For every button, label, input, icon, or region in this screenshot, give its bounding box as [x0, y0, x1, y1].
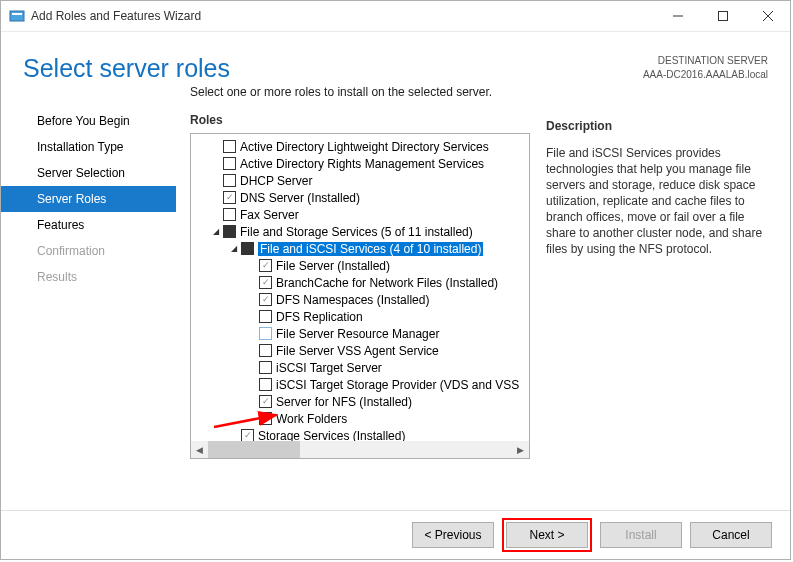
- scroll-thumb[interactable]: [208, 441, 300, 458]
- tree-node[interactable]: File Server Resource Manager: [191, 325, 529, 342]
- tree-node-label[interactable]: File Server VSS Agent Service: [276, 344, 439, 358]
- destination-label: DESTINATION SERVER: [643, 54, 768, 68]
- window-title: Add Roles and Features Wizard: [31, 9, 655, 23]
- horizontal-scrollbar[interactable]: ◀ ▶: [191, 441, 529, 458]
- tree-node-label[interactable]: DNS Server (Installed): [240, 191, 360, 205]
- scroll-right-icon[interactable]: ▶: [512, 441, 529, 458]
- tree-node-label[interactable]: File and iSCSI Services (4 of 10 install…: [258, 242, 483, 256]
- tree-node[interactable]: DFS Replication: [191, 308, 529, 325]
- checkbox[interactable]: [259, 412, 272, 425]
- roles-tree[interactable]: Active Directory Lightweight Directory S…: [190, 133, 530, 459]
- page-title: Select server roles: [23, 54, 230, 83]
- tree-node-label[interactable]: Storage Services (Installed): [258, 429, 405, 443]
- tree-node[interactable]: ✓Server for NFS (Installed): [191, 393, 529, 410]
- scroll-left-icon[interactable]: ◀: [191, 441, 208, 458]
- checkbox[interactable]: ✓: [223, 191, 236, 204]
- destination-server: DESTINATION SERVER AAA-DC2016.AAALAB.loc…: [643, 54, 768, 82]
- checkbox[interactable]: [223, 208, 236, 221]
- checkbox[interactable]: ✓: [259, 259, 272, 272]
- tree-node[interactable]: ✓File Server (Installed): [191, 257, 529, 274]
- description-label: Description: [546, 119, 776, 139]
- tree-node-label[interactable]: DFS Replication: [276, 310, 363, 324]
- wizard-step: Results: [1, 264, 176, 290]
- tree-node[interactable]: DHCP Server: [191, 172, 529, 189]
- checkbox[interactable]: [259, 327, 272, 340]
- tree-node-label[interactable]: Active Directory Rights Management Servi…: [240, 157, 484, 171]
- tree-node[interactable]: ◢File and iSCSI Services (4 of 10 instal…: [191, 240, 529, 257]
- wizard-steps: Before You BeginInstallation TypeServer …: [1, 83, 176, 483]
- tree-node-label[interactable]: iSCSI Target Storage Provider (VDS and V…: [276, 378, 519, 392]
- tree-node[interactable]: ✓DNS Server (Installed): [191, 189, 529, 206]
- wizard-step[interactable]: Features: [1, 212, 176, 238]
- checkbox[interactable]: [223, 174, 236, 187]
- tree-node-label[interactable]: DHCP Server: [240, 174, 312, 188]
- destination-server-name: AAA-DC2016.AAALAB.local: [643, 68, 768, 82]
- checkbox[interactable]: [241, 242, 254, 255]
- tree-node[interactable]: ✓BranchCache for Network Files (Installe…: [191, 274, 529, 291]
- description-text: File and iSCSI Services provides technol…: [546, 139, 776, 257]
- minimize-button[interactable]: [655, 1, 700, 31]
- checkbox[interactable]: [223, 157, 236, 170]
- tree-node-label[interactable]: Server for NFS (Installed): [276, 395, 412, 409]
- checkbox[interactable]: [223, 225, 236, 238]
- annotation-highlight: Next >: [502, 518, 592, 552]
- tree-node-label[interactable]: DFS Namespaces (Installed): [276, 293, 429, 307]
- tree-node-label[interactable]: iSCSI Target Server: [276, 361, 382, 375]
- tree-node[interactable]: Fax Server: [191, 206, 529, 223]
- tree-node-label[interactable]: Fax Server: [240, 208, 299, 222]
- tree-node[interactable]: File Server VSS Agent Service: [191, 342, 529, 359]
- checkbox[interactable]: [259, 378, 272, 391]
- tree-node[interactable]: iSCSI Target Storage Provider (VDS and V…: [191, 376, 529, 393]
- svg-rect-0: [10, 11, 24, 21]
- wizard-step[interactable]: Server Roles: [1, 186, 176, 212]
- checkbox[interactable]: ✓: [259, 395, 272, 408]
- wizard-step[interactable]: Server Selection: [1, 160, 176, 186]
- wizard-footer: < Previous Next > Install Cancel: [1, 510, 790, 559]
- instruction-text: Select one or more roles to install on t…: [190, 85, 530, 113]
- svg-rect-1: [12, 13, 22, 15]
- tree-node[interactable]: ✓DFS Namespaces (Installed): [191, 291, 529, 308]
- checkbox[interactable]: ✓: [259, 276, 272, 289]
- checkbox[interactable]: [259, 361, 272, 374]
- expander-icon[interactable]: ◢: [211, 227, 221, 236]
- wizard-step: Confirmation: [1, 238, 176, 264]
- close-button[interactable]: [745, 1, 790, 31]
- tree-node[interactable]: iSCSI Target Server: [191, 359, 529, 376]
- tree-node-label[interactable]: File Server Resource Manager: [276, 327, 439, 341]
- tree-node[interactable]: Active Directory Rights Management Servi…: [191, 155, 529, 172]
- checkbox[interactable]: ✓: [259, 293, 272, 306]
- tree-node-label[interactable]: Active Directory Lightweight Directory S…: [240, 140, 489, 154]
- roles-label: Roles: [190, 113, 530, 133]
- wizard-step[interactable]: Before You Begin: [1, 108, 176, 134]
- svg-rect-3: [718, 12, 727, 21]
- tree-node[interactable]: Work Folders: [191, 410, 529, 427]
- tree-node[interactable]: Active Directory Lightweight Directory S…: [191, 138, 529, 155]
- tree-node-label[interactable]: File Server (Installed): [276, 259, 390, 273]
- maximize-button[interactable]: [700, 1, 745, 31]
- tree-node-label[interactable]: BranchCache for Network Files (Installed…: [276, 276, 498, 290]
- title-bar: Add Roles and Features Wizard: [1, 1, 790, 32]
- install-button[interactable]: Install: [600, 522, 682, 548]
- wizard-step[interactable]: Installation Type: [1, 134, 176, 160]
- tree-node-label[interactable]: File and Storage Services (5 of 11 insta…: [240, 225, 473, 239]
- checkbox[interactable]: [259, 310, 272, 323]
- checkbox[interactable]: [259, 344, 272, 357]
- cancel-button[interactable]: Cancel: [690, 522, 772, 548]
- tree-node[interactable]: ◢File and Storage Services (5 of 11 inst…: [191, 223, 529, 240]
- expander-icon[interactable]: ◢: [229, 244, 239, 253]
- checkbox[interactable]: [223, 140, 236, 153]
- previous-button[interactable]: < Previous: [412, 522, 494, 548]
- tree-node-label[interactable]: Work Folders: [276, 412, 347, 426]
- app-icon: [9, 8, 25, 24]
- tree-node[interactable]: ✓Storage Services (Installed): [191, 427, 529, 442]
- next-button[interactable]: Next >: [506, 522, 588, 548]
